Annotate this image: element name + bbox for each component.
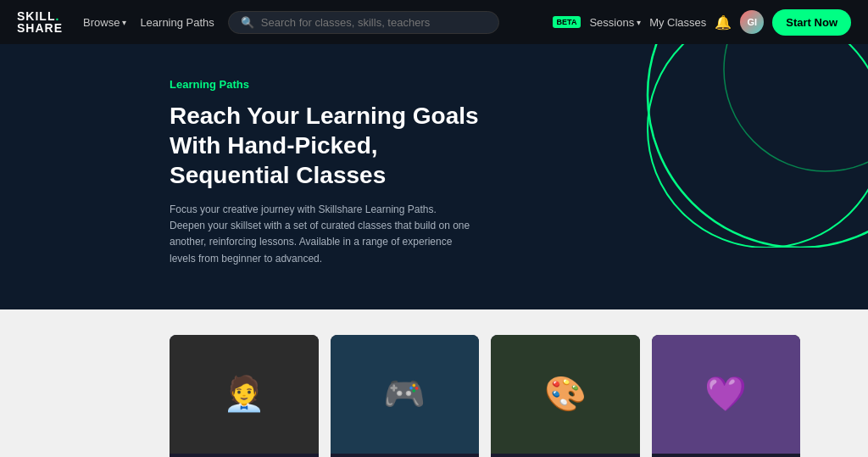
card-image-2: 🎮 <box>331 335 480 454</box>
bell-icon[interactable]: 🔔 <box>715 14 732 31</box>
top-card-2[interactable]: 🎮 Design a 3D Video Game in Unreal Engin… <box>331 335 480 457</box>
search-input[interactable] <box>261 16 487 29</box>
search-icon: 🔍 <box>241 16 254 29</box>
logo[interactable]: SKILL. SHARE <box>17 10 63 34</box>
top-card-1[interactable]: 🧑‍💼 Start and Run Your Own Business 5 cl… <box>170 335 319 457</box>
avatar[interactable]: GI <box>740 10 764 34</box>
hero-section: Learning Paths Reach Your Learning Goals… <box>0 44 868 309</box>
nav-right: BETA Sessions ▾ My Classes 🔔 GI Start No… <box>553 9 851 36</box>
card-image-4: 💜 <box>652 335 801 454</box>
logo-top: SKILL. <box>17 10 63 22</box>
browse-nav-item[interactable]: Browse ▾ <box>83 16 126 29</box>
card-image-1: 🧑‍💼 <box>170 335 319 454</box>
main-content: 🧑‍💼 Start and Run Your Own Business 5 cl… <box>0 309 868 457</box>
svg-point-2 <box>724 44 868 171</box>
beta-badge: BETA <box>553 16 581 28</box>
hero-title: Reach Your Learning Goals With Hand-Pick… <box>170 101 492 190</box>
navbar: SKILL. SHARE Browse ▾ Learning Paths 🔍 B… <box>0 0 868 44</box>
top-card-4[interactable]: 💜 Build Your Unique Creative Business 3 … <box>652 335 801 457</box>
hero-arcs-decoration <box>529 44 868 248</box>
sessions-chevron-icon: ▾ <box>637 18 641 27</box>
start-now-button[interactable]: Start Now <box>772 9 851 36</box>
sessions-nav-item[interactable]: Sessions ▾ <box>589 16 641 29</box>
top-cards-grid: 🧑‍💼 Start and Run Your Own Business 5 cl… <box>170 335 800 457</box>
browse-chevron-icon: ▾ <box>122 18 126 27</box>
top-card-3[interactable]: 🎨 Sell Your Drawings, Build a Business 3… <box>491 335 640 457</box>
hero-description: Focus your creative journey with Skillsh… <box>170 202 475 267</box>
card-image-3: 🎨 <box>491 335 640 454</box>
logo-bottom: SHARE <box>17 22 63 34</box>
my-classes-nav-item[interactable]: My Classes <box>649 16 706 29</box>
learning-paths-nav-item[interactable]: Learning Paths <box>140 16 214 29</box>
search-bar[interactable]: 🔍 <box>228 11 499 34</box>
